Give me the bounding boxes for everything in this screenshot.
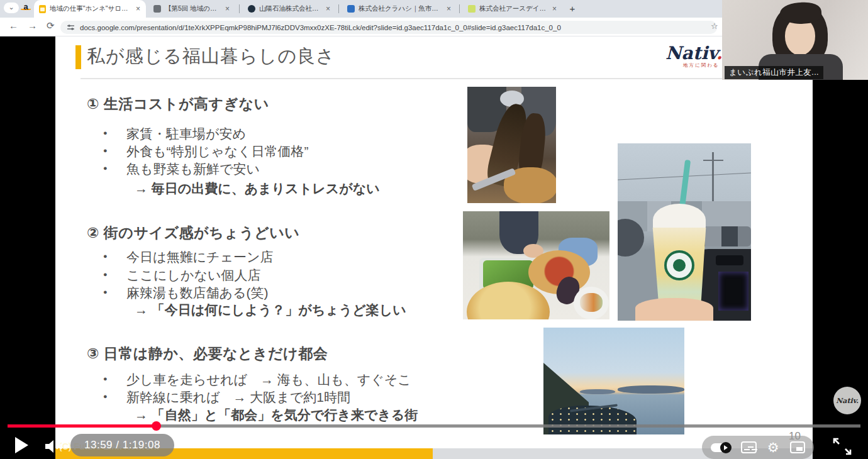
url-text: docs.google.com/presentation/d/1teXrkXPP… (80, 24, 561, 31)
tab-title: 株式会社アースデイ・システム〜より (479, 4, 548, 13)
url-bar: docs.google.com/presentation/d/1teXrkXPP… (60, 21, 717, 34)
section-heading-3: ③ 日常は静か、必要なときだけ都会 (87, 344, 328, 363)
close-icon: × (135, 4, 141, 13)
tab-separator (459, 4, 460, 13)
new-tab-icon: + (566, 3, 579, 15)
tab-separator (239, 4, 240, 13)
section-conclusion-1: → 毎日の出費に、あまりストレスがない (135, 180, 380, 197)
video-player: ⌄ a 地域の仕事"ホンネ"サロン〜福山... × 【第5回 地域の仕事"ホンネ… (0, 0, 868, 459)
tab-title: 地域の仕事"ホンネ"サロン〜福山... (50, 4, 131, 13)
nativ-watermark: Nativ. (833, 387, 861, 414)
site-settings-icon (67, 23, 75, 31)
fullscreen-icon[interactable] (832, 436, 854, 456)
webcam-overlay: まいぷれ福山市井上友... (722, 0, 868, 80)
tab-4: 株式会社クラハシ｜魚市場を運営 × (342, 0, 457, 18)
section-heading-2: ② 街のサイズ感がちょうどいい (87, 223, 299, 243)
settings-gear-icon[interactable]: ⚙ (767, 441, 779, 454)
bullet-item: ここにしかない個人店 (103, 267, 260, 284)
bullet-item: 少し車を走らせれば → 海も、山も、すぐそこ (103, 371, 411, 389)
favicon (347, 5, 355, 13)
favicon (153, 5, 161, 13)
bullet-item: 今日は無難にチェーン店 (103, 248, 273, 266)
bullet-item: 家賃・駐車場が安め (103, 125, 246, 143)
progress-scrubber[interactable] (152, 421, 161, 431)
tab-title: 【第5回 地域の仕事"ホンネ"サロン (165, 4, 221, 13)
autoplay-toggle[interactable] (711, 443, 730, 452)
title-accent-bar (75, 45, 81, 69)
reload-icon: ⟳ (47, 20, 55, 31)
favicon (248, 5, 255, 13)
tab-2: 【第5回 地域の仕事"ホンネ"サロン × (148, 0, 235, 18)
tab-5: 株式会社アースデイ・システム〜より × (463, 0, 562, 18)
tab-active: 地域の仕事"ホンネ"サロン〜福山... × (34, 0, 146, 18)
bullet-item: 新幹線に乗れば → 大阪まで約1時間 (103, 389, 350, 406)
photo-bamboo-shoots (467, 87, 556, 203)
title-divider (81, 78, 811, 79)
close-icon: × (552, 4, 557, 13)
forward-icon: → (28, 20, 37, 31)
miniplayer-icon[interactable] (790, 441, 805, 453)
tab-separator (338, 4, 339, 13)
tab-title: 山陽石油株式会社｜安心・安全 (259, 4, 321, 13)
section-heading-1: ① 生活コストが高すぎない (87, 94, 269, 114)
bullet-item: 麻辣湯も数店舗ある(笑) (103, 284, 268, 302)
presentation-slide: 私が感じる福山暮らしの良さ Nativ. 地方に関わる ① 生活コストが高すぎな… (55, 36, 813, 459)
progress-bar-played[interactable] (8, 424, 156, 428)
bookmark-icon: ☆ (711, 21, 718, 31)
close-icon: × (325, 4, 331, 13)
close-icon: × (446, 4, 452, 13)
section-conclusion-3: → 「自然」と「都会」を気分で行き来できる街 (135, 406, 418, 424)
play-button[interactable] (15, 437, 28, 453)
volume-muted-icon[interactable] (44, 438, 65, 455)
favicon (468, 5, 476, 13)
amazon-icon: a (21, 2, 31, 13)
slide-title: 私が感じる福山暮らしの良さ (87, 44, 335, 69)
photo-starbucks-drink (618, 143, 751, 321)
tab-search-icon: ⌄ (4, 3, 19, 13)
bullet-item: 魚も野菜も新鮮で安い (103, 160, 260, 178)
time-display: 13:59 / 1:19:08 (70, 434, 174, 456)
close-icon: × (225, 4, 230, 13)
back-icon: ← (9, 20, 18, 31)
progress-bar-remaining[interactable] (156, 424, 860, 428)
subtitles-icon[interactable] (741, 441, 756, 453)
section-conclusion-2: → 「今日は何にしよう？」がちょうど楽しい (135, 301, 406, 319)
bullet-item: 外食も“特別じゃなく日常価格” (103, 143, 308, 160)
photo-picnic-pizza (463, 211, 609, 319)
player-controls: ⚙ (702, 436, 814, 459)
logo-text: Nativ (665, 43, 716, 64)
tab-3: 山陽石油株式会社｜安心・安全 × (243, 0, 336, 18)
photo-sea-view-dusk (543, 328, 684, 434)
speaker-name-caption: まいぷれ福山市井上友... (725, 66, 823, 79)
tab-title: 株式会社クラハシ｜魚市場を運営 (359, 4, 442, 13)
google-slides-icon (39, 5, 46, 13)
